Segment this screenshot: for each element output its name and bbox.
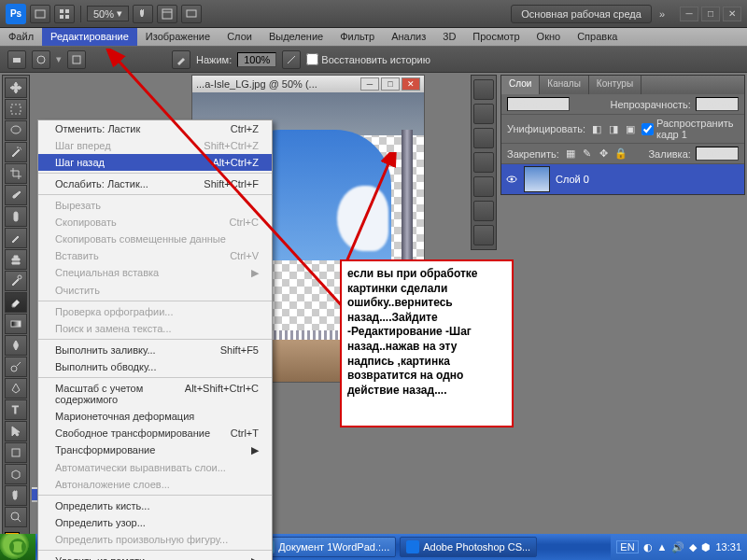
screen-mode-icon[interactable]: [181, 5, 202, 23]
layer-row[interactable]: Слой 0: [501, 164, 744, 194]
blur-tool-icon[interactable]: [5, 335, 27, 356]
layer-name[interactable]: Слой 0: [556, 174, 589, 185]
menu-item[interactable]: Свободное трансформированиеCtrl+T: [38, 425, 272, 441]
minimize-button[interactable]: ─: [680, 7, 698, 21]
type-tool-icon[interactable]: T: [5, 399, 27, 420]
color-panel-icon[interactable]: [473, 128, 494, 148]
expand-panels-icon[interactable]: »: [659, 8, 665, 20]
healing-tool-icon[interactable]: [5, 206, 27, 227]
menu-файл[interactable]: Файл: [0, 28, 42, 46]
tray-icon[interactable]: ▲: [657, 541, 668, 553]
tray-icon[interactable]: 🔊: [671, 541, 684, 553]
wand-tool-icon[interactable]: [5, 142, 27, 162]
menu-item[interactable]: Марионеточная деформация: [38, 408, 272, 425]
menu-справка[interactable]: Справка: [569, 28, 626, 46]
restore-history-checkbox[interactable]: Восстановить историю: [306, 53, 430, 65]
opacity-field[interactable]: 100%: [237, 52, 276, 67]
menu-анализ[interactable]: Анализ: [383, 28, 434, 46]
panel-tab[interactable]: Слои: [501, 76, 540, 94]
menu-item[interactable]: Отменить: ЛастикCtrl+Z: [38, 120, 272, 137]
shape-tool-icon[interactable]: [5, 442, 27, 463]
eyedropper-tool-icon[interactable]: [5, 185, 27, 205]
start-button[interactable]: [0, 534, 35, 560]
brush-preset-icon[interactable]: [32, 50, 50, 69]
masks-panel-icon[interactable]: [473, 225, 494, 245]
menu-item[interactable]: Определить узор...: [38, 514, 272, 531]
document-titlebar[interactable]: ...a-Isle_LG.jpg @ 50% (... ─ □ ✕: [192, 76, 424, 92]
doc-close-button[interactable]: ✕: [402, 77, 420, 91]
menu-фильтр[interactable]: Фильтр: [331, 28, 383, 46]
history-brush-icon[interactable]: [5, 271, 27, 291]
menu-item[interactable]: Ослабить: Ластик...Shift+Ctrl+F: [38, 175, 272, 192]
tray-icon[interactable]: ⬢: [701, 541, 711, 553]
swatches-panel-icon[interactable]: [473, 152, 494, 173]
menu-item[interactable]: Масштаб с учетом содержимогоAlt+Shift+Ct…: [38, 380, 272, 408]
marquee-tool-icon[interactable]: [5, 99, 27, 119]
lock-transparency-icon[interactable]: ▦: [564, 147, 577, 161]
menu-выделение[interactable]: Выделение: [261, 28, 331, 46]
hand-tool-icon[interactable]: [133, 5, 153, 23]
path-select-icon[interactable]: [5, 421, 27, 441]
lock-position-icon[interactable]: ✥: [598, 147, 611, 161]
unify-position-icon[interactable]: ◧: [590, 122, 603, 135]
lasso-tool-icon[interactable]: [5, 120, 27, 141]
unify-visibility-icon[interactable]: ◨: [607, 122, 620, 135]
taskbar-item[interactable]: Adobe Photoshop CS...: [400, 537, 537, 557]
clock[interactable]: 13:31: [715, 541, 741, 553]
gradient-tool-icon[interactable]: [5, 314, 27, 334]
language-indicator[interactable]: EN: [616, 540, 638, 553]
menu-просмотр[interactable]: Просмотр: [464, 28, 528, 46]
maximize-button[interactable]: □: [701, 7, 720, 21]
taskbar-item[interactable]: Документ 1WordPad.:...: [255, 537, 396, 557]
layer-thumbnail[interactable]: [524, 166, 550, 192]
menu-3d[interactable]: 3D: [434, 28, 464, 46]
close-button[interactable]: ✕: [723, 7, 741, 21]
eraser-tool-icon[interactable]: [5, 292, 27, 313]
menu-изображение[interactable]: Изображение: [137, 28, 218, 46]
menu-редактирование[interactable]: Редактирование: [42, 28, 137, 46]
dodge-tool-icon[interactable]: [5, 357, 27, 377]
brush-tool-icon[interactable]: [5, 228, 27, 248]
tray-icon[interactable]: ◆: [689, 541, 697, 553]
zoom-tool-icon[interactable]: [5, 507, 27, 527]
history-panel-icon[interactable]: [473, 79, 494, 100]
tablet-pressure-icon[interactable]: [282, 50, 301, 69]
blend-mode-select[interactable]: Обычные ▾: [507, 97, 570, 111]
menu-item[interactable]: Выполнить заливку...Shift+F5: [38, 342, 272, 358]
propagate-frame-checkbox[interactable]: Распространить кадр 1: [641, 118, 739, 140]
unify-style-icon[interactable]: ▣: [624, 122, 637, 135]
visibility-eye-icon[interactable]: [505, 173, 518, 186]
zoom-level[interactable]: 50%▾: [87, 6, 129, 21]
menu-item[interactable]: Удалить из памяти▶: [38, 553, 272, 560]
lock-all-icon[interactable]: 🔒: [614, 147, 627, 161]
doc-minimize-button[interactable]: ─: [360, 77, 379, 91]
crop-tool-icon[interactable]: [5, 163, 27, 184]
menu-item[interactable]: Трансформирование▶: [38, 441, 272, 459]
panel-tab[interactable]: Каналы: [540, 76, 589, 94]
stamp-tool-icon[interactable]: [5, 249, 27, 270]
layer-opacity-field[interactable]: 100% ▸: [696, 97, 739, 111]
move-tool-icon[interactable]: [5, 77, 27, 98]
tray-icon[interactable]: ◐: [643, 541, 653, 553]
3d-tool-icon[interactable]: [5, 464, 27, 484]
adjustments-panel-icon[interactable]: [473, 201, 494, 221]
menu-item[interactable]: Определить кисть...: [38, 497, 272, 514]
menu-окно[interactable]: Окно: [529, 28, 570, 46]
actions-panel-icon[interactable]: [473, 104, 494, 124]
menu-item[interactable]: Выполнить обводку...: [38, 358, 272, 375]
launch-bridge-icon[interactable]: [30, 5, 50, 23]
brush-panel-icon[interactable]: [67, 50, 86, 69]
pen-tool-icon[interactable]: [5, 378, 27, 399]
panel-tab[interactable]: Контуры: [589, 76, 641, 94]
mini-bridge-icon[interactable]: [54, 5, 75, 23]
doc-maximize-button[interactable]: □: [381, 77, 400, 91]
eraser-preset-icon[interactable]: [7, 50, 26, 69]
fill-field[interactable]: 100% ▸: [696, 147, 739, 161]
lock-pixels-icon[interactable]: ✎: [581, 147, 594, 161]
workspace-switcher[interactable]: Основная рабочая среда: [511, 5, 652, 23]
airbrush-icon[interactable]: [172, 50, 190, 69]
menu-слои[interactable]: Слои: [218, 28, 261, 46]
styles-panel-icon[interactable]: [473, 176, 494, 197]
hand-tool-icon[interactable]: [5, 485, 27, 506]
view-extras-icon[interactable]: [157, 5, 177, 23]
